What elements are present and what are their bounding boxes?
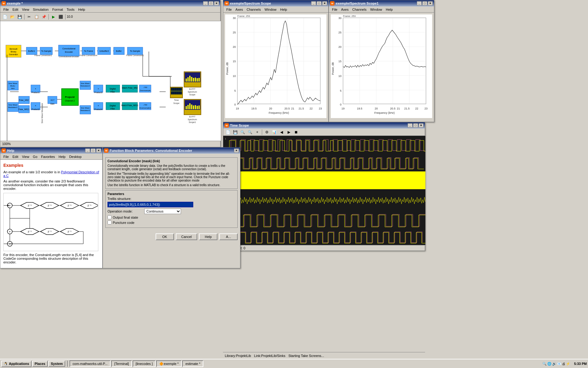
spec2-close[interactable]: ✕: [428, 1, 433, 6]
menu-tools[interactable]: Tools: [65, 7, 77, 12]
ts-close[interactable]: ✕: [419, 123, 424, 128]
help-menu-edit[interactable]: Edit: [11, 155, 20, 159]
output-final-checkbox[interactable]: [107, 215, 111, 219]
library-link3[interactable]: Starting Take Screens...: [288, 354, 324, 358]
places-btn[interactable]: Places: [32, 361, 48, 367]
ts-tool2[interactable]: 💾: [232, 129, 239, 136]
library-link2[interactable]: Link:ProjektLib/Sinks: [254, 354, 285, 358]
ts-tool3[interactable]: 🔍: [239, 129, 246, 136]
trellis-input[interactable]: [107, 202, 193, 207]
help-menu-file[interactable]: File: [2, 155, 11, 159]
apply-button[interactable]: A...: [219, 233, 238, 240]
ts-tool8[interactable]: ◀: [278, 129, 285, 136]
tray-icon2[interactable]: 🌐: [547, 362, 552, 366]
tray-icon5[interactable]: 🖨: [562, 362, 565, 366]
help-win-controls[interactable]: _ □ ✕: [85, 148, 101, 153]
help-minimize[interactable]: _: [85, 148, 90, 153]
spec1-menu-channels[interactable]: Channels: [245, 7, 262, 12]
spec2-maximize[interactable]: □: [422, 1, 427, 6]
menu-file[interactable]: File: [2, 7, 11, 12]
spectrum-win-controls[interactable]: _ □ ✕: [311, 1, 327, 6]
library-link1[interactable]: Library:ProjektLib: [225, 354, 251, 358]
spec2-menu-channels[interactable]: Channels: [350, 7, 368, 12]
tray-icon1[interactable]: 🔍: [542, 362, 547, 366]
system-btn[interactable]: System: [48, 361, 65, 367]
ts-maximize[interactable]: □: [413, 123, 418, 128]
ts-tool9[interactable]: ▶: [285, 129, 292, 136]
menu-view[interactable]: View: [20, 7, 31, 12]
maximize-btn[interactable]: □: [209, 1, 213, 6]
spec2-menu-file[interactable]: File: [330, 7, 339, 12]
ts-tool1[interactable]: 📄: [224, 129, 231, 136]
dialog-close[interactable]: ✕: [234, 148, 239, 153]
puncture-checkbox[interactable]: [107, 220, 111, 224]
operation-select[interactable]: Continuous: [144, 209, 181, 214]
spec2-menu-window[interactable]: Window: [368, 7, 384, 12]
simulink-canvas[interactable]: Bernoulli Binary Generator Buffer1 Frame…: [0, 21, 221, 141]
tray-icon4[interactable]: 📧: [557, 362, 561, 366]
ts-tool6[interactable]: ⚙: [263, 129, 270, 136]
help-menu-desktop[interactable]: Desktop: [67, 155, 83, 159]
menu-format[interactable]: Format: [51, 7, 65, 12]
minimize-btn[interactable]: _: [203, 1, 208, 6]
save-btn[interactable]: 💾: [16, 13, 23, 20]
spec1-menu-window[interactable]: Window: [263, 7, 278, 12]
task-estimate[interactable]: estimate *: [182, 360, 203, 367]
main-win-controls[interactable]: _ □ ✕: [203, 1, 219, 6]
spec2-menu-axes[interactable]: Axes: [339, 7, 350, 12]
paste-btn[interactable]: 📌: [40, 13, 47, 20]
poly-desc-link[interactable]: Polynomial Description of a C: [3, 170, 99, 178]
menu-simulation[interactable]: Simulation: [31, 7, 50, 12]
ts-sep: [262, 129, 262, 135]
ts-win-controls[interactable]: _ □ ✕: [408, 123, 424, 128]
svg-text:Modulator3: Modulator3: [81, 109, 90, 111]
help-menu-view[interactable]: View: [20, 155, 31, 159]
tray-icon3[interactable]: 🔊: [552, 362, 556, 366]
spec1-menu-help[interactable]: Help: [278, 7, 289, 12]
cut-btn[interactable]: ✂: [26, 13, 32, 20]
task-terminal[interactable]: [Terminal]: [111, 360, 132, 367]
run-btn[interactable]: ▶: [50, 13, 57, 20]
spec1-menu-file[interactable]: File: [224, 7, 234, 12]
ts-minimize[interactable]: _: [408, 123, 413, 128]
tray-icon6[interactable]: ⚡: [566, 362, 570, 366]
task-mathworks[interactable]: com-mathworks-util-P...: [70, 360, 111, 367]
ts-tool5[interactable]: +: [254, 129, 261, 136]
help-maximize[interactable]: □: [91, 148, 96, 153]
stop-btn[interactable]: ⬛: [57, 13, 64, 20]
copy-btn[interactable]: 📋: [33, 13, 40, 20]
spec1-menu-axes[interactable]: Axes: [234, 7, 245, 12]
ts-tool7[interactable]: 📊: [271, 129, 277, 136]
spec1-close[interactable]: ✕: [322, 1, 327, 6]
spec2-menu-help[interactable]: Help: [384, 7, 395, 12]
open-btn[interactable]: 📂: [9, 13, 16, 20]
ok-button[interactable]: OK: [156, 233, 174, 240]
spec2-minimize[interactable]: _: [417, 1, 422, 6]
menu-help[interactable]: Help: [76, 7, 87, 12]
output-final-label: Output final state: [113, 216, 138, 219]
ts-tool10[interactable]: ⏹: [293, 129, 300, 136]
svg-rect-45: [58, 45, 79, 56]
ts-tool4[interactable]: 🔍: [247, 129, 253, 136]
spectrum1-plot: 30 25 20 15 10 5 0 19 19.5 20 20.5 21 21…: [225, 14, 326, 118]
menu-edit[interactable]: Edit: [11, 7, 20, 12]
cancel-button[interactable]: Cancel: [176, 233, 197, 240]
applications-btn[interactable]: 🐧 Applications: [1, 361, 32, 367]
help-menu-favorites[interactable]: Favorites: [39, 155, 57, 159]
svg-text:0: 0: [340, 103, 341, 106]
output-final-row: Output final state: [107, 215, 236, 219]
spec1-maximize[interactable]: □: [317, 1, 322, 6]
task-exemple[interactable]: 🔶 exemple *: [156, 360, 182, 367]
help-button[interactable]: Help: [199, 233, 217, 240]
svg-text:Downsample1: Downsample1: [139, 107, 151, 109]
spec1-minimize[interactable]: _: [311, 1, 316, 6]
spectrum1-win-controls[interactable]: _ □ ✕: [417, 1, 433, 6]
new-btn[interactable]: 📄: [2, 13, 8, 20]
dialog-win-controls[interactable]: ✕: [234, 148, 239, 153]
task-linecodes[interactable]: [linecodes ]: [133, 360, 156, 367]
close-btn[interactable]: ✕: [214, 1, 219, 6]
help-menu-help[interactable]: Help: [57, 155, 67, 159]
help-menu-go[interactable]: Go: [31, 155, 39, 159]
help-close[interactable]: ✕: [96, 148, 101, 153]
svg-text:Sine Wave: Sine Wave: [9, 104, 17, 106]
